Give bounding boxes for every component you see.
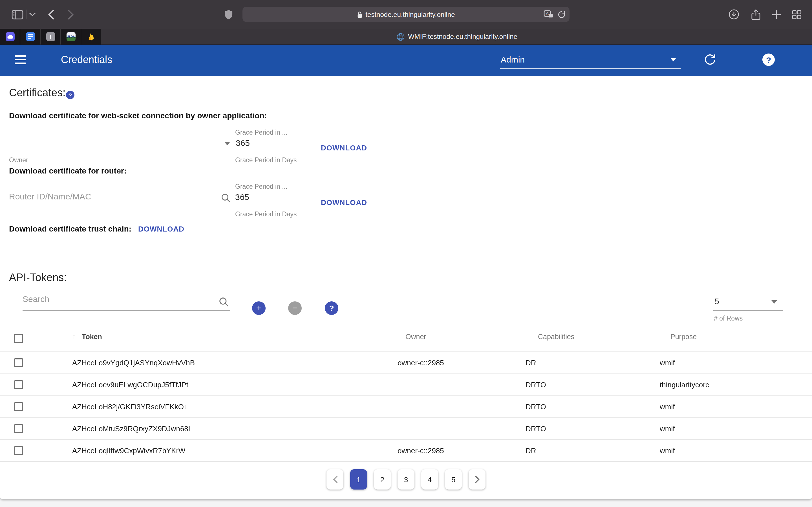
trust-chain-label: Download certificate trust chain:: [9, 224, 132, 233]
owner-select-arrow-icon[interactable]: [224, 142, 230, 145]
app-bar: [0, 45, 812, 76]
table-header: ↑ Token Owner Capabilities Purpose: [0, 327, 812, 352]
purpose-cell: wmif: [660, 402, 675, 411]
column-header-token[interactable]: Token: [82, 333, 102, 341]
column-header-purpose[interactable]: Purpose: [670, 333, 697, 341]
column-header-owner[interactable]: Owner: [405, 333, 426, 341]
token-cell: AZHceLo9vYgdQ1jASYnqXowHvVhB: [72, 358, 195, 367]
share-icon[interactable]: [749, 0, 762, 29]
svg-text:A: A: [546, 11, 549, 16]
select-all-checkbox[interactable]: [14, 334, 23, 343]
router-grace-underline: [9, 207, 307, 207]
search-underline: [22, 311, 230, 311]
capabilities-cell: DR: [525, 446, 536, 455]
capabilities-cell: DRTO: [525, 402, 546, 411]
owner-cell: owner-c::2985: [398, 358, 444, 367]
page-button-4[interactable]: 4: [421, 469, 438, 490]
api-tokens-heading: API-Tokens:: [9, 272, 67, 284]
user-menu-select[interactable]: Admin: [500, 52, 680, 69]
column-header-capabilities[interactable]: Capabilities: [538, 333, 574, 341]
capabilities-cell: DRTO: [525, 381, 546, 389]
docs-icon: [26, 32, 35, 41]
reload-icon[interactable]: [558, 10, 565, 18]
pinned-tab-5[interactable]: [81, 29, 101, 45]
rows-per-page-value[interactable]: 5: [714, 296, 719, 306]
prev-page-button[interactable]: [326, 469, 343, 490]
help-icon[interactable]: ?: [762, 54, 775, 66]
tokens-help-button[interactable]: ?: [325, 301, 338, 315]
lock-icon: [357, 11, 363, 18]
menu-icon[interactable]: [15, 55, 26, 64]
url-bar[interactable]: testnode.eu.thingularity.online A: [243, 7, 569, 22]
pinned-tab-4[interactable]: USDA: [61, 29, 81, 45]
purpose-cell: thingularitycore: [660, 381, 709, 389]
page-title: Credentials: [61, 54, 112, 66]
next-page-button[interactable]: [469, 469, 486, 490]
chevron-down-icon: [670, 58, 676, 61]
page-button-2[interactable]: 2: [374, 469, 391, 490]
sort-arrow-icon[interactable]: ↑: [72, 333, 76, 341]
table-row: AZHceLoH82j/GKFi3YRseiVFKkO+ DRTO wmif: [0, 396, 812, 418]
token-cell: AZHceLoqIlftw9CxpWivxR7bYKrW: [72, 446, 186, 455]
table-row: AZHceLoMtuSz9RQrxyZX9DJwn68L DRTO wmif: [0, 418, 812, 440]
purpose-cell: wmif: [660, 446, 675, 455]
router-id-field[interactable]: [9, 191, 212, 202]
purpose-cell: wmif: [660, 358, 675, 367]
shield-icon[interactable]: [223, 0, 234, 29]
token-cell: AZHceLoev9uELwgGCDupJ5fTfJPt: [72, 381, 188, 389]
row-checkbox[interactable]: [14, 446, 23, 455]
download-trust-chain-button[interactable]: DOWNLOAD: [138, 225, 185, 233]
rows-select-underline: [713, 311, 783, 311]
pagination: 12345: [0, 469, 812, 490]
row-checkbox[interactable]: [14, 424, 23, 433]
rows-select-arrow-icon[interactable]: [771, 300, 777, 304]
download-circle-icon[interactable]: [727, 0, 741, 29]
forward-icon[interactable]: [66, 0, 75, 29]
pinned-tab-1[interactable]: [0, 29, 20, 45]
grace-period-value-1[interactable]: 365: [236, 138, 250, 148]
new-tab-icon[interactable]: [770, 0, 783, 29]
firebase-flame-icon: [87, 32, 96, 41]
tab-overview-icon[interactable]: [790, 0, 804, 29]
router-id-input[interactable]: [9, 191, 212, 201]
add-token-button[interactable]: +: [252, 301, 266, 315]
purpose-cell: wmif: [660, 425, 675, 433]
pinned-tab-3[interactable]: I: [41, 29, 61, 45]
owner-cell: owner-c::2985: [398, 446, 444, 455]
router-search-icon[interactable]: [221, 193, 231, 203]
capabilities-cell: DR: [525, 358, 536, 367]
row-checkbox[interactable]: [14, 380, 23, 389]
pinned-tab-2[interactable]: [20, 29, 41, 45]
page-button-3[interactable]: 3: [398, 469, 414, 490]
letter-i-icon: I: [46, 32, 55, 41]
owner-grace-underline: [9, 153, 307, 153]
table-row: AZHceLo9vYgdQ1jASYnqXowHvVhB owner-c::29…: [0, 352, 812, 374]
user-menu-value: Admin: [501, 55, 525, 64]
row-checkbox[interactable]: [14, 358, 23, 367]
search-field[interactable]: [22, 294, 214, 304]
tab-strip: I USDA WMIF:testnode.eu.thingularity.onl…: [0, 29, 812, 45]
back-icon[interactable]: [46, 0, 55, 29]
search-input[interactable]: [22, 294, 214, 304]
grace-period-value-2[interactable]: 365: [235, 192, 249, 202]
titlebar-divider: [27, 10, 27, 19]
usda-text: USDA: [67, 34, 75, 39]
certificates-heading: Certificates:: [9, 87, 66, 99]
chevron-down-icon[interactable]: [28, 0, 37, 29]
translate-icon[interactable]: A: [544, 10, 553, 18]
owner-field-label: Owner: [9, 157, 28, 163]
page-button-5[interactable]: 5: [445, 469, 462, 490]
download-router-button[interactable]: DOWNLOAD: [321, 198, 367, 207]
page-button-1[interactable]: 1: [350, 469, 367, 490]
certificates-help-icon[interactable]: ?: [66, 91, 74, 99]
sidebar-icon[interactable]: [10, 0, 25, 29]
download-websocket-button[interactable]: DOWNLOAD: [321, 144, 367, 152]
page-buttons: 12345: [350, 469, 462, 490]
table-row: AZHceLoev9uELwgGCDupJ5fTfJPt DRTO thingu…: [0, 374, 812, 396]
active-tab[interactable]: WMIF:testnode.eu.thingularity.online: [101, 29, 812, 45]
row-checkbox[interactable]: [14, 402, 23, 411]
remove-token-button[interactable]: −: [288, 301, 302, 315]
active-tab-title: WMIF:testnode.eu.thingularity.online: [408, 33, 517, 41]
refresh-icon[interactable]: [704, 54, 716, 68]
grace-helper-1: Grace Period in Days: [235, 157, 297, 163]
